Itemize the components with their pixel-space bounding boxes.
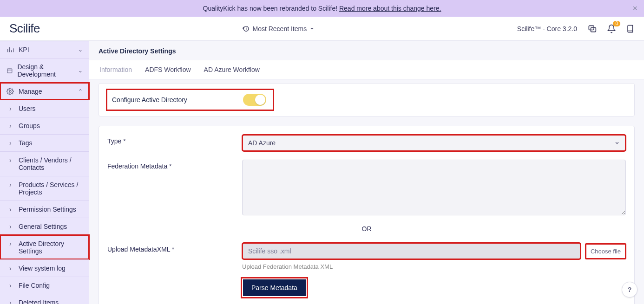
notification-badge: 0	[613, 21, 620, 26]
banner-text: QualityKick has now been rebranded to Sc…	[203, 5, 339, 12]
type-select[interactable]: AD Azure	[242, 135, 626, 151]
tabs: Information ADFS Workflow AD Azure Workf…	[89, 60, 644, 79]
tab-information[interactable]: Information	[93, 60, 138, 79]
configure-card: Configure Active Directory	[99, 83, 635, 116]
metadata-textarea[interactable]	[242, 160, 626, 215]
type-label: Type *	[107, 135, 242, 145]
messages-icon[interactable]	[587, 24, 597, 33]
chevron-down-icon	[309, 26, 315, 31]
sidebar: KPI ⌄ Design & Development ⌄ Manage ⌃ Us…	[0, 41, 89, 304]
main-content: Active Directory Settings Information AD…	[89, 41, 644, 304]
chevron-down-icon	[614, 140, 620, 146]
or-divider: OR	[107, 225, 626, 233]
sidebar-design[interactable]: Design & Development ⌄	[0, 58, 89, 83]
upload-helper: Upload Federation Metadata XML	[242, 263, 626, 270]
metadata-label: Federation Metadata *	[107, 160, 242, 170]
sidebar-item-log[interactable]: View system log	[0, 259, 89, 277]
recent-items-label: Most Recent Items	[252, 25, 307, 32]
upload-label: Upload MetadataXML *	[107, 243, 242, 253]
topbar: Scilife Most Recent Items Scilife™ - Cor…	[0, 17, 644, 41]
history-icon	[242, 25, 250, 32]
choose-file-button[interactable]: Choose file	[585, 244, 626, 259]
sidebar-item-ad-settings[interactable]: Active Directory Settings	[0, 235, 89, 259]
svg-rect-7	[7, 69, 12, 73]
sidebar-manage[interactable]: Manage ⌃	[0, 83, 89, 100]
chevron-down-icon: ⌄	[78, 67, 83, 74]
chevron-up-icon: ⌃	[78, 88, 83, 95]
notifications-icon[interactable]: 0	[607, 24, 616, 33]
rebranding-banner: QualityKick has now been rebranded to Sc…	[0, 0, 644, 17]
sidebar-item-tags[interactable]: Tags	[0, 134, 89, 151]
calendar-icon	[7, 67, 13, 74]
form-card: Type * AD Azure Federation Metadata * OR	[99, 126, 635, 304]
page-title: Active Directory Settings	[89, 41, 644, 60]
sidebar-item-file-config[interactable]: File Config	[0, 277, 89, 294]
type-value: AD Azure	[248, 139, 276, 147]
chart-icon	[7, 46, 14, 53]
chevron-down-icon: ⌄	[78, 46, 83, 53]
gear-icon	[7, 88, 14, 95]
configure-label: Configure Active Directory	[112, 96, 187, 103]
sidebar-item-general[interactable]: General Settings	[0, 218, 89, 235]
tab-adfs[interactable]: ADFS Workflow	[138, 60, 197, 79]
sidebar-item-products[interactable]: Products / Services / Projects	[0, 176, 89, 201]
parse-metadata-button[interactable]: Parse Metadata	[243, 279, 306, 296]
close-icon[interactable]: ×	[632, 4, 637, 13]
upload-filename-display: Scilife sso .xml	[242, 243, 581, 259]
help-button[interactable]: ?	[622, 282, 637, 298]
sidebar-kpi[interactable]: KPI ⌄	[0, 41, 89, 58]
banner-link[interactable]: Read more about this change here.	[339, 5, 441, 12]
sidebar-item-groups[interactable]: Groups	[0, 117, 89, 134]
recent-items-dropdown[interactable]: Most Recent Items	[40, 25, 517, 32]
sidebar-item-clients[interactable]: Clients / Vendors / Contacts	[0, 151, 89, 176]
svg-point-9	[9, 91, 11, 92]
sidebar-item-permission[interactable]: Permission Settings	[0, 201, 89, 218]
configure-toggle[interactable]	[243, 94, 266, 106]
version-label: Scilife™ - Core 3.2.0	[517, 25, 577, 32]
tab-azure[interactable]: AD Azure Workflow	[197, 60, 266, 79]
sidebar-item-deleted[interactable]: Deleted Items	[0, 294, 89, 304]
brand-logo[interactable]: Scilife	[9, 21, 40, 36]
sidebar-item-users[interactable]: Users	[0, 100, 89, 117]
book-icon[interactable]	[626, 24, 635, 33]
